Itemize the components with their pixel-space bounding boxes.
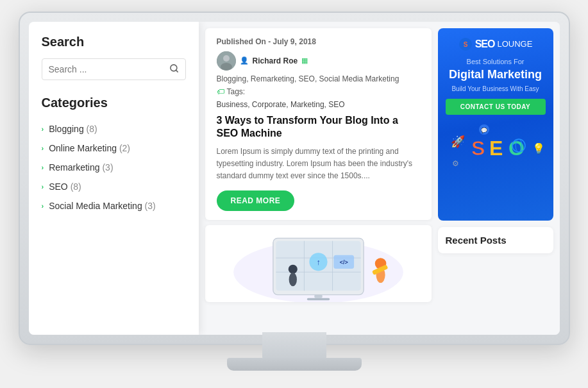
blog-illustration-card: ↑ </>: [205, 225, 432, 302]
svg-text:💬: 💬: [481, 127, 487, 133]
recent-posts-card: Recent Posts: [438, 227, 553, 253]
category-item[interactable]: ›Remarketing (3): [42, 158, 186, 177]
svg-rect-22: [307, 298, 329, 300]
monitor-body: Search Categories ›Blogging (8)›Onli: [19, 12, 570, 345]
svg-point-4: [221, 63, 232, 71]
main-content: Published On - July 9, 2018 👤 Rich: [199, 22, 438, 335]
chevron-icon: ›: [42, 144, 44, 152]
category-label: Social Media Marketing (3): [49, 201, 156, 211]
tags-row: Business, Corporate, Marketing, SEO: [217, 100, 420, 109]
ad-subtitle: Best Solutions For: [446, 58, 546, 65]
svg-line-1: [176, 70, 178, 72]
svg-text:E: E: [489, 137, 503, 160]
categories-list: ›Blogging (8)›Online Marketing (2)›Remar…: [42, 119, 186, 215]
svg-point-19: [288, 264, 297, 273]
monitor-screen: Search Categories ›Blogging (8)›Onli: [29, 22, 560, 335]
category-label: Blogging (8): [49, 124, 97, 134]
category-label: SEO (8): [49, 181, 81, 192]
monitor-wrapper: Search Categories ›Blogging (8)›Onli: [19, 12, 570, 377]
chevron-icon: ›: [42, 164, 44, 171]
category-item[interactable]: ›SEO (8): [42, 177, 186, 196]
categories-title: Categories: [42, 96, 186, 110]
author-avatar: [217, 51, 236, 71]
author-icon: 👤: [240, 56, 249, 65]
svg-text:💡: 💡: [532, 142, 545, 155]
post-author-row: 👤 Richard Roe ▦ Blogging, Remarketing, S…: [217, 51, 420, 96]
post-categories: Blogging, Remarketing, SEO, Social Media…: [217, 74, 399, 83]
category-label: Remarketing (3): [49, 162, 113, 173]
ad-description: Build Your Business With Easy: [446, 85, 546, 92]
post-excerpt: Lorem Ipsum is simply dummy text of the …: [217, 146, 420, 183]
svg-rect-21: [314, 294, 322, 298]
svg-point-20: [289, 273, 296, 286]
search-input[interactable]: [49, 64, 169, 74]
chevron-icon: ›: [42, 202, 44, 210]
blog-post-card: Published On - July 9, 2018 👤 Rich: [205, 28, 432, 220]
categories-icon: ▦: [301, 56, 308, 65]
post-title: 3 Ways to Transform Your Blog Into a SEO…: [217, 114, 420, 141]
svg-text:⚙: ⚙: [452, 159, 459, 168]
svg-text:↑: ↑: [316, 257, 320, 266]
svg-text:S: S: [463, 41, 467, 48]
avatar-illustration: [217, 51, 236, 71]
post-published-date: Published On - July 9, 2018: [217, 37, 420, 46]
tag-icon: 🏷: [217, 87, 224, 96]
post-tags-value: Business, Corporate, Marketing, SEO: [217, 100, 345, 109]
ad-logo-lounge: LOUNGE: [497, 39, 532, 49]
ad-visual-area: 🚀 S E O 💡 ⚙: [446, 120, 546, 171]
author-name: Richard Roe: [253, 56, 298, 65]
ad-logo-seo: SEO: [475, 38, 495, 50]
chevron-icon: ›: [42, 125, 44, 133]
monitor-stand: [262, 332, 326, 359]
search-icon: [169, 63, 179, 73]
right-panel: S SEO LOUNGE Best Solutions For Digital …: [438, 22, 560, 335]
search-title: Search: [42, 35, 186, 49]
ad-logo-icon: S: [458, 37, 473, 51]
chevron-icon: ›: [42, 183, 44, 190]
illustration-svg: ↑ </>: [205, 225, 432, 302]
post-tags-row: 🏷 Tags:: [217, 87, 246, 96]
seo-ad-card: S SEO LOUNGE Best Solutions For Digital …: [438, 28, 553, 221]
search-section: Search: [42, 35, 186, 80]
category-item[interactable]: ›Social Media Marketing (3): [42, 196, 186, 215]
category-item[interactable]: ›Blogging (8): [42, 119, 186, 139]
search-input-wrapper[interactable]: [42, 58, 186, 80]
category-item[interactable]: ›Online Marketing (2): [42, 139, 186, 158]
ad-seo-svg: 🚀 S E O 💡 ⚙: [446, 120, 546, 171]
categories-section: Categories ›Blogging (8)›Online Marketin…: [42, 96, 186, 215]
monitor-base: [227, 358, 362, 371]
category-label: Online Marketing (2): [49, 143, 130, 153]
ad-logo: S SEO LOUNGE: [446, 37, 546, 51]
search-button[interactable]: [169, 63, 179, 75]
recent-posts-title: Recent Posts: [446, 235, 546, 246]
svg-text:</>: </>: [339, 259, 348, 266]
read-more-button[interactable]: READ MORE: [217, 190, 295, 211]
svg-point-3: [223, 55, 230, 62]
ad-title: Digital Marketing: [446, 68, 546, 82]
svg-text:🚀: 🚀: [451, 135, 466, 149]
ad-cta-button[interactable]: CONTACT US TODAY: [446, 99, 546, 115]
svg-text:S: S: [471, 137, 485, 160]
sidebar: Search Categories ›Blogging (8)›Onli: [29, 22, 199, 335]
